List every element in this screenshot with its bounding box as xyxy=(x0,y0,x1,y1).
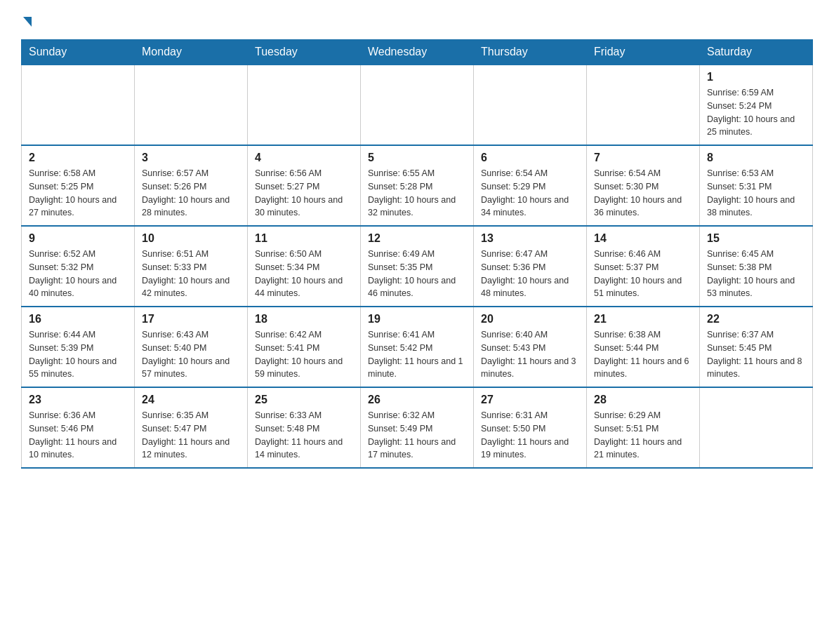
calendar-cell xyxy=(22,65,135,145)
day-info: Sunrise: 6:50 AM Sunset: 5:34 PM Dayligh… xyxy=(255,248,353,300)
calendar-cell xyxy=(700,387,813,468)
calendar-cell: 2Sunrise: 6:58 AM Sunset: 5:25 PM Daylig… xyxy=(22,145,135,226)
calendar-cell: 7Sunrise: 6:54 AM Sunset: 5:30 PM Daylig… xyxy=(587,145,700,226)
calendar-cell: 20Sunrise: 6:40 AM Sunset: 5:43 PM Dayli… xyxy=(474,307,587,387)
calendar-cell: 19Sunrise: 6:41 AM Sunset: 5:42 PM Dayli… xyxy=(361,307,474,387)
calendar-cell: 1Sunrise: 6:59 AM Sunset: 5:24 PM Daylig… xyxy=(700,65,813,145)
calendar-cell: 14Sunrise: 6:46 AM Sunset: 5:37 PM Dayli… xyxy=(587,226,700,307)
calendar-cell: 25Sunrise: 6:33 AM Sunset: 5:48 PM Dayli… xyxy=(248,387,361,468)
day-number: 15 xyxy=(707,232,805,245)
day-info: Sunrise: 6:29 AM Sunset: 5:51 PM Dayligh… xyxy=(594,409,692,462)
logo-arrow-icon xyxy=(23,17,32,27)
calendar-cell: 15Sunrise: 6:45 AM Sunset: 5:38 PM Dayli… xyxy=(700,226,813,307)
week-row-5: 23Sunrise: 6:36 AM Sunset: 5:46 PM Dayli… xyxy=(22,387,813,468)
day-number: 23 xyxy=(29,394,127,406)
weekday-header-sunday: Sunday xyxy=(22,40,135,65)
day-number: 7 xyxy=(594,152,692,164)
calendar-table: SundayMondayTuesdayWednesdayThursdayFrid… xyxy=(21,39,813,469)
day-info: Sunrise: 6:49 AM Sunset: 5:35 PM Dayligh… xyxy=(368,248,466,300)
weekday-header-tuesday: Tuesday xyxy=(248,40,361,65)
day-info: Sunrise: 6:45 AM Sunset: 5:38 PM Dayligh… xyxy=(707,248,805,300)
day-number: 4 xyxy=(255,152,353,164)
day-info: Sunrise: 6:56 AM Sunset: 5:27 PM Dayligh… xyxy=(255,167,353,220)
weekday-header-saturday: Saturday xyxy=(700,40,813,65)
calendar-cell: 23Sunrise: 6:36 AM Sunset: 5:46 PM Dayli… xyxy=(22,387,135,468)
calendar-cell: 10Sunrise: 6:51 AM Sunset: 5:33 PM Dayli… xyxy=(135,226,248,307)
day-info: Sunrise: 6:33 AM Sunset: 5:48 PM Dayligh… xyxy=(255,409,353,462)
day-info: Sunrise: 6:40 AM Sunset: 5:43 PM Dayligh… xyxy=(481,328,579,381)
day-info: Sunrise: 6:38 AM Sunset: 5:44 PM Dayligh… xyxy=(594,328,692,381)
day-number: 6 xyxy=(481,152,579,164)
calendar-cell: 6Sunrise: 6:54 AM Sunset: 5:29 PM Daylig… xyxy=(474,145,587,226)
day-info: Sunrise: 6:35 AM Sunset: 5:47 PM Dayligh… xyxy=(142,409,240,462)
calendar-cell: 11Sunrise: 6:50 AM Sunset: 5:34 PM Dayli… xyxy=(248,226,361,307)
day-info: Sunrise: 6:31 AM Sunset: 5:50 PM Dayligh… xyxy=(481,409,579,462)
day-info: Sunrise: 6:36 AM Sunset: 5:46 PM Dayligh… xyxy=(29,409,127,462)
weekday-header-row: SundayMondayTuesdayWednesdayThursdayFrid… xyxy=(22,40,813,65)
day-number: 18 xyxy=(255,313,353,326)
day-number: 10 xyxy=(142,232,240,245)
day-info: Sunrise: 6:57 AM Sunset: 5:26 PM Dayligh… xyxy=(142,167,240,220)
day-number: 14 xyxy=(594,232,692,245)
week-row-2: 2Sunrise: 6:58 AM Sunset: 5:25 PM Daylig… xyxy=(22,145,813,226)
weekday-header-monday: Monday xyxy=(135,40,248,65)
day-number: 25 xyxy=(255,394,353,406)
day-number: 26 xyxy=(368,394,466,406)
day-number: 11 xyxy=(255,232,353,245)
calendar-cell: 27Sunrise: 6:31 AM Sunset: 5:50 PM Dayli… xyxy=(474,387,587,468)
calendar-cell: 13Sunrise: 6:47 AM Sunset: 5:36 PM Dayli… xyxy=(474,226,587,307)
weekday-header-thursday: Thursday xyxy=(474,40,587,65)
calendar-cell: 24Sunrise: 6:35 AM Sunset: 5:47 PM Dayli… xyxy=(135,387,248,468)
calendar-cell: 16Sunrise: 6:44 AM Sunset: 5:39 PM Dayli… xyxy=(22,307,135,387)
day-info: Sunrise: 6:53 AM Sunset: 5:31 PM Dayligh… xyxy=(707,167,805,220)
calendar-cell: 28Sunrise: 6:29 AM Sunset: 5:51 PM Dayli… xyxy=(587,387,700,468)
page-header xyxy=(21,14,813,25)
day-number: 13 xyxy=(481,232,579,245)
day-number: 27 xyxy=(481,394,579,406)
day-number: 3 xyxy=(142,152,240,164)
day-info: Sunrise: 6:41 AM Sunset: 5:42 PM Dayligh… xyxy=(368,328,466,381)
day-number: 1 xyxy=(707,71,805,83)
weekday-header-friday: Friday xyxy=(587,40,700,65)
day-number: 9 xyxy=(29,232,127,245)
day-info: Sunrise: 6:58 AM Sunset: 5:25 PM Dayligh… xyxy=(29,167,127,220)
day-info: Sunrise: 6:44 AM Sunset: 5:39 PM Dayligh… xyxy=(29,328,127,381)
calendar-cell: 9Sunrise: 6:52 AM Sunset: 5:32 PM Daylig… xyxy=(22,226,135,307)
calendar-cell xyxy=(474,65,587,145)
day-number: 24 xyxy=(142,394,240,406)
day-info: Sunrise: 6:37 AM Sunset: 5:45 PM Dayligh… xyxy=(707,328,805,381)
day-number: 8 xyxy=(707,152,805,164)
day-number: 19 xyxy=(368,313,466,326)
day-info: Sunrise: 6:32 AM Sunset: 5:49 PM Dayligh… xyxy=(368,409,466,462)
calendar-cell: 12Sunrise: 6:49 AM Sunset: 5:35 PM Dayli… xyxy=(361,226,474,307)
calendar-cell: 4Sunrise: 6:56 AM Sunset: 5:27 PM Daylig… xyxy=(248,145,361,226)
week-row-1: 1Sunrise: 6:59 AM Sunset: 5:24 PM Daylig… xyxy=(22,65,813,145)
calendar-cell: 22Sunrise: 6:37 AM Sunset: 5:45 PM Dayli… xyxy=(700,307,813,387)
calendar-cell: 21Sunrise: 6:38 AM Sunset: 5:44 PM Dayli… xyxy=(587,307,700,387)
calendar-cell: 17Sunrise: 6:43 AM Sunset: 5:40 PM Dayli… xyxy=(135,307,248,387)
calendar-cell: 8Sunrise: 6:53 AM Sunset: 5:31 PM Daylig… xyxy=(700,145,813,226)
day-number: 2 xyxy=(29,152,127,164)
calendar-cell: 26Sunrise: 6:32 AM Sunset: 5:49 PM Dayli… xyxy=(361,387,474,468)
day-info: Sunrise: 6:43 AM Sunset: 5:40 PM Dayligh… xyxy=(142,328,240,381)
day-info: Sunrise: 6:59 AM Sunset: 5:24 PM Dayligh… xyxy=(707,86,805,139)
day-info: Sunrise: 6:54 AM Sunset: 5:30 PM Dayligh… xyxy=(594,167,692,220)
week-row-4: 16Sunrise: 6:44 AM Sunset: 5:39 PM Dayli… xyxy=(22,307,813,387)
day-info: Sunrise: 6:55 AM Sunset: 5:28 PM Dayligh… xyxy=(368,167,466,220)
calendar-cell xyxy=(135,65,248,145)
calendar-cell xyxy=(361,65,474,145)
day-info: Sunrise: 6:47 AM Sunset: 5:36 PM Dayligh… xyxy=(481,248,579,300)
day-info: Sunrise: 6:51 AM Sunset: 5:33 PM Dayligh… xyxy=(142,248,240,300)
logo xyxy=(21,14,32,25)
day-number: 12 xyxy=(368,232,466,245)
day-info: Sunrise: 6:54 AM Sunset: 5:29 PM Dayligh… xyxy=(481,167,579,220)
weekday-header-wednesday: Wednesday xyxy=(361,40,474,65)
day-number: 16 xyxy=(29,313,127,326)
calendar-cell xyxy=(248,65,361,145)
day-info: Sunrise: 6:46 AM Sunset: 5:37 PM Dayligh… xyxy=(594,248,692,300)
day-info: Sunrise: 6:42 AM Sunset: 5:41 PM Dayligh… xyxy=(255,328,353,381)
calendar-cell: 3Sunrise: 6:57 AM Sunset: 5:26 PM Daylig… xyxy=(135,145,248,226)
day-number: 5 xyxy=(368,152,466,164)
day-number: 21 xyxy=(594,313,692,326)
day-number: 17 xyxy=(142,313,240,326)
